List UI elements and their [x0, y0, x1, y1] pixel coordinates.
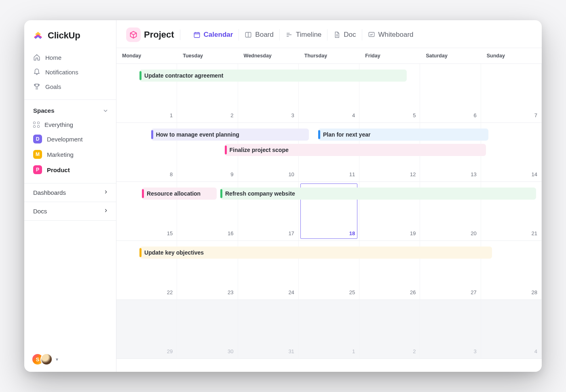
tab-board[interactable]: Board: [239, 29, 279, 40]
bell-icon: [33, 68, 40, 76]
space-badge: D: [33, 135, 42, 143]
nav-notifications[interactable]: Notifications: [24, 65, 116, 79]
space-label: Product: [47, 166, 70, 173]
space-everything[interactable]: Everything: [24, 118, 116, 131]
brand-name: ClickUp: [48, 30, 80, 41]
weekday-header: Tuesday: [177, 48, 238, 63]
project-icon: [126, 27, 141, 42]
brand-logo[interactable]: ClickUp: [24, 20, 116, 48]
nav-home[interactable]: Home: [24, 50, 116, 65]
event-title: Update key objectives: [144, 249, 204, 256]
event-bar[interactable]: Update key objectives: [139, 247, 492, 259]
day-number: 21: [532, 230, 537, 236]
weekday-header: Thursday: [299, 48, 359, 63]
calendar-cell[interactable]: 31: [238, 300, 299, 358]
calendar-row: 891011121314How to manage event planning…: [116, 123, 542, 182]
chevron-right-icon: [103, 189, 109, 196]
clickup-logo-icon: [32, 30, 44, 41]
whiteboard-icon: [368, 31, 375, 38]
event-bar[interactable]: Plan for next year: [318, 129, 488, 141]
day-number: 9: [230, 171, 233, 177]
calendar-cell[interactable]: 3: [420, 300, 481, 358]
tab-timeline[interactable]: Timeline: [280, 29, 328, 40]
day-number: 30: [228, 348, 233, 354]
event-title: Resource allocation: [147, 190, 201, 197]
calendar-cell[interactable]: 1: [299, 300, 359, 358]
svg-rect-0: [194, 33, 200, 38]
avatar[interactable]: [40, 353, 53, 365]
event-bar[interactable]: Resource allocation: [142, 188, 217, 200]
calendar-cell[interactable]: 30: [177, 300, 238, 358]
day-number: 25: [349, 289, 355, 295]
day-number: 22: [167, 289, 173, 295]
weekday-header: Friday: [359, 48, 420, 63]
day-number: 19: [410, 230, 416, 236]
nav-goals[interactable]: Goals: [24, 79, 116, 94]
tab-calendar[interactable]: Calendar: [188, 29, 239, 40]
calendar-cell[interactable]: 6: [420, 64, 481, 122]
tab-label: Doc: [344, 31, 356, 39]
calendar-row: 22232425262728Update key objectives: [116, 241, 542, 300]
nav-dashboards[interactable]: Dashboards: [24, 183, 116, 202]
doc-icon: [333, 31, 340, 38]
space-product[interactable]: P Product: [24, 162, 116, 177]
calendar-row: 1234567Update contractor agreement: [116, 64, 542, 123]
weekday-header: Wednesday: [238, 48, 299, 63]
event-bar[interactable]: Finalize project scope: [225, 144, 486, 156]
event-bar[interactable]: Update contractor agreement: [139, 70, 407, 82]
nav-notifications-label: Notifications: [45, 69, 78, 76]
day-number: 26: [410, 289, 416, 295]
day-number: 7: [534, 112, 537, 118]
tab-label: Board: [255, 31, 273, 39]
nav-goals-label: Goals: [45, 83, 61, 90]
day-number: 11: [349, 171, 355, 177]
space-development[interactable]: D Development: [24, 131, 116, 147]
spaces-header[interactable]: Spaces: [24, 105, 116, 118]
day-number: 28: [532, 289, 537, 295]
space-badge: P: [33, 165, 42, 174]
day-number: 27: [471, 289, 476, 295]
day-number: 14: [532, 171, 537, 177]
event-bar[interactable]: How to manage event planning: [151, 129, 309, 141]
tab-whiteboard[interactable]: Whiteboard: [362, 29, 419, 40]
tab-label: Whiteboard: [378, 31, 414, 39]
space-label: Marketing: [47, 151, 74, 158]
day-number: 4: [534, 348, 537, 354]
nav-home-label: Home: [45, 54, 61, 61]
spaces-title: Spaces: [33, 107, 55, 114]
weekday-header: Sunday: [481, 48, 542, 63]
calendar-cell[interactable]: 14: [481, 123, 542, 181]
avatar-menu-caret-icon[interactable]: ▼: [55, 357, 59, 362]
calendar-row: 15161718192021Resource allocationRefresh…: [116, 182, 542, 241]
tab-doc[interactable]: Doc: [327, 29, 362, 40]
day-number: 18: [349, 230, 355, 236]
space-label: Development: [47, 136, 82, 143]
svg-rect-2: [369, 32, 374, 37]
event-title: Refresh company website: [225, 190, 295, 197]
day-number: 20: [471, 230, 476, 236]
day-number: 31: [288, 348, 294, 354]
calendar-cell[interactable]: 7: [481, 64, 542, 122]
space-marketing[interactable]: M Marketing: [24, 147, 116, 162]
nav-docs[interactable]: Docs: [24, 202, 116, 221]
calendar-cell[interactable]: 29: [116, 300, 177, 358]
day-number: 3: [473, 348, 476, 354]
chevron-down-icon: [102, 107, 109, 114]
event-bar[interactable]: Refresh company website: [220, 188, 536, 200]
day-number: 10: [288, 171, 294, 177]
chevron-right-icon: [103, 208, 109, 215]
day-number: 29: [167, 348, 173, 354]
nav-docs-label: Docs: [33, 208, 47, 215]
everything-icon: [33, 122, 40, 128]
day-number: 1: [170, 112, 173, 118]
event-title: How to manage event planning: [156, 131, 239, 138]
day-number: 15: [167, 230, 173, 236]
trophy-icon: [33, 83, 40, 90]
day-number: 4: [352, 112, 355, 118]
user-avatars[interactable]: S ▼: [32, 353, 59, 365]
day-number: 6: [473, 112, 476, 118]
calendar-cell[interactable]: 4: [481, 300, 542, 358]
event-title: Update contractor agreement: [144, 72, 223, 79]
day-number: 12: [410, 171, 416, 177]
calendar-cell[interactable]: 2: [359, 300, 420, 358]
